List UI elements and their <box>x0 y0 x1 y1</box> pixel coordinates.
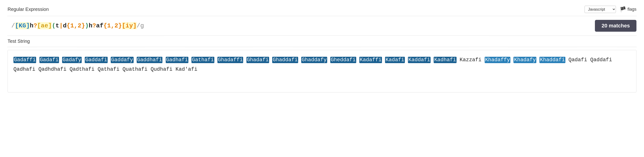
list-item: Qaddafi <box>590 57 612 63</box>
list-item: Kazzafi <box>460 57 481 63</box>
header-controls: Javascript Python PHP 🏴 flags <box>584 6 636 13</box>
flag-icon: 🏴 <box>620 6 626 13</box>
list-item: Khadafy <box>514 57 536 63</box>
list-item: Kadafi <box>385 57 404 63</box>
regex-open-slash: / <box>11 22 15 29</box>
regex-h: h <box>30 22 34 29</box>
list-item: Gathafi <box>192 57 214 63</box>
list-item: Gadhafi <box>166 57 188 63</box>
list-item: Kaddafi <box>408 57 430 63</box>
list-item: Gaddhafi <box>137 57 163 63</box>
list-item: Quathafi <box>122 66 148 72</box>
regex-section-title: Regular Expression <box>8 7 49 12</box>
regex-q1: ? <box>34 22 37 29</box>
list-item: Gaddafi <box>85 57 108 63</box>
list-item: Ghadaffi <box>218 57 244 63</box>
regex-group-open: ( <box>52 22 56 29</box>
regex-curly2: {1,2} <box>104 22 122 29</box>
list-item: Qathafi <box>98 66 119 72</box>
regex-row: /[KG]h?[ae](t|d{1,2})h?af{1,2}[iy]/g 20 … <box>8 19 636 33</box>
list-item: Khaddafi <box>540 57 566 63</box>
list-item: Gadafi <box>40 57 59 63</box>
list-item: Kadhafi <box>434 57 456 63</box>
regex-close-slash: /g <box>137 22 144 29</box>
regex-charclass-ae: [ae] <box>37 22 52 29</box>
list-item: Ghadafi <box>246 57 269 63</box>
language-select[interactable]: Javascript Python PHP <box>584 6 616 13</box>
list-item: Gheddafi <box>330 57 356 63</box>
flags-button[interactable]: 🏴 flags <box>620 6 636 13</box>
main-container: Regular Expression Javascript Python PHP… <box>0 0 644 98</box>
header-row: Regular Expression Javascript Python PHP… <box>8 6 636 13</box>
regex-pipe: | <box>59 22 63 29</box>
regex-af: af <box>96 22 104 29</box>
list-item: Ghaddafi <box>272 57 298 63</box>
regex-h2: h <box>89 22 92 29</box>
list-item: Qadhafi <box>14 66 35 72</box>
list-item: Kad'afi <box>176 66 197 72</box>
list-item: Khadaffy <box>485 57 510 63</box>
list-item: Ghaddafy <box>301 57 327 63</box>
test-string-title: Test String <box>8 39 636 44</box>
regex-charclass-kg: [KG] <box>15 22 30 29</box>
list-item: Qadhdhafi <box>38 66 66 72</box>
regex-charclass-iy: [iy] <box>122 22 136 29</box>
regex-t: t <box>56 22 59 29</box>
flags-label: flags <box>628 7 636 12</box>
regex-group-close: ) <box>85 22 89 29</box>
regex-display[interactable]: /[KG]h?[ae](t|d{1,2})h?af{1,2}[iy]/g <box>8 19 591 33</box>
regex-divider <box>8 16 636 16</box>
list-item: Qudhafi <box>150 66 172 72</box>
list-item: Gaddafy <box>111 57 134 63</box>
test-string-divider <box>8 47 636 47</box>
regex-d: d <box>63 22 67 29</box>
list-item: Kadaffi <box>359 57 382 63</box>
test-area[interactable]: Gadaffi Gadafi Gadafy Gaddafi Gaddafy Ga… <box>8 50 636 92</box>
regex-q2: ? <box>92 22 96 29</box>
matches-badge: 20 matches <box>595 20 636 32</box>
list-item: Qadthafi <box>70 66 95 72</box>
list-item: Gadafy <box>62 57 82 63</box>
list-item: Qadafi <box>568 57 587 63</box>
list-item: Gadaffi <box>14 57 36 63</box>
regex-curly1: {1,2} <box>66 22 85 29</box>
test-divider <box>8 36 636 36</box>
